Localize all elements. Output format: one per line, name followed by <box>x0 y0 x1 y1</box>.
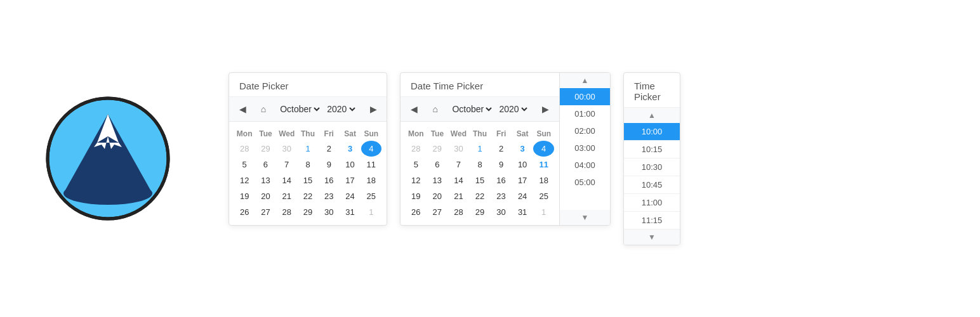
dt-time-scroll-up[interactable]: ▲ <box>560 73 610 88</box>
table-row[interactable]: 15 <box>470 172 491 188</box>
time-scroll-up[interactable]: ▲ <box>624 108 680 123</box>
table-row[interactable]: 13 <box>255 172 275 188</box>
datetime-picker-title: Date Time Picker <box>401 73 559 97</box>
dt-next-month-button[interactable]: ▶ <box>539 102 553 116</box>
table-row[interactable]: 4 <box>361 141 381 157</box>
table-row[interactable]: 16 <box>491 172 512 188</box>
time-scroll-down[interactable]: ▼ <box>624 230 680 245</box>
table-row[interactable]: 17 <box>512 172 533 188</box>
dt-time-item[interactable]: 03:00 <box>560 139 610 157</box>
dt-time-scroll-down[interactable]: ▼ <box>560 210 610 225</box>
table-row[interactable]: 8 <box>298 157 318 172</box>
month-select[interactable]: October <box>277 103 322 115</box>
table-row[interactable]: 12 <box>406 172 427 188</box>
table-row[interactable]: 31 <box>512 204 533 220</box>
table-row[interactable]: 30 <box>319 204 339 220</box>
table-row[interactable]: 5 <box>406 157 427 172</box>
table-row[interactable]: 7 <box>448 157 469 172</box>
table-row[interactable]: 1 <box>361 204 381 220</box>
table-row[interactable]: 30 <box>277 141 297 157</box>
table-row[interactable]: 4 <box>533 141 554 157</box>
table-row[interactable]: 25 <box>533 188 554 204</box>
table-row[interactable]: 20 <box>255 188 275 204</box>
prev-month-button[interactable]: ◀ <box>235 102 249 116</box>
table-row[interactable]: 27 <box>255 204 275 220</box>
table-row[interactable]: 3 <box>512 141 533 157</box>
dt-time-item[interactable]: 02:00 <box>560 122 610 139</box>
dt-time-item[interactable]: 01:00 <box>560 105 610 122</box>
table-row[interactable]: 30 <box>448 141 469 157</box>
next-month-button[interactable]: ▶ <box>366 102 380 116</box>
dt-time-item[interactable]: 00:00 <box>560 88 610 105</box>
dt-home-button[interactable]: ⌂ <box>430 103 440 115</box>
table-row[interactable]: 28 <box>277 204 297 220</box>
table-row[interactable]: 26 <box>234 204 255 220</box>
table-row[interactable]: 24 <box>340 188 360 204</box>
week-row: 28 29 30 1 2 3 4 <box>234 141 381 157</box>
table-row[interactable]: 28 <box>448 204 469 220</box>
table-row[interactable]: 7 <box>277 157 297 172</box>
time-picker-item[interactable]: 10:00 <box>624 123 680 141</box>
dt-month-select[interactable]: October <box>449 103 494 115</box>
time-picker-item[interactable]: 10:30 <box>624 158 680 176</box>
home-button[interactable]: ⌂ <box>258 103 268 115</box>
table-row[interactable]: 15 <box>298 172 318 188</box>
table-row[interactable]: 1 <box>470 141 491 157</box>
table-row[interactable]: 29 <box>427 141 448 157</box>
table-row[interactable]: 10 <box>512 157 533 172</box>
datetime-picker-nav: ◀ ⌂ October 2020 ▶ <box>401 97 559 122</box>
table-row[interactable]: 31 <box>340 204 360 220</box>
dt-year-select[interactable]: 2020 <box>496 103 529 115</box>
table-row[interactable]: 14 <box>448 172 469 188</box>
table-row[interactable]: 21 <box>277 188 297 204</box>
table-row[interactable]: 27 <box>427 204 448 220</box>
table-row[interactable]: 23 <box>319 188 339 204</box>
table-row[interactable]: 3 <box>340 141 360 157</box>
dt-week-row: 26 27 28 29 30 31 1 <box>406 204 554 220</box>
table-row[interactable]: 28 <box>406 141 427 157</box>
time-picker-item[interactable]: 10:45 <box>624 176 680 194</box>
table-row[interactable]: 18 <box>361 172 381 188</box>
year-select[interactable]: 2020 <box>324 103 357 115</box>
table-row[interactable]: 2 <box>319 141 339 157</box>
table-row[interactable]: 10 <box>340 157 360 172</box>
table-row[interactable]: 23 <box>491 188 512 204</box>
table-row[interactable]: 30 <box>491 204 512 220</box>
table-row[interactable]: 29 <box>255 141 275 157</box>
time-picker-item[interactable]: 11:15 <box>624 212 680 230</box>
dt-time-item[interactable]: 05:00 <box>560 174 610 191</box>
dt-time-item[interactable]: 04:00 <box>560 157 610 174</box>
table-row[interactable]: 11 <box>361 157 381 172</box>
table-row[interactable]: 2 <box>491 141 512 157</box>
table-row[interactable]: 22 <box>470 188 491 204</box>
table-row[interactable]: 29 <box>298 204 318 220</box>
table-row[interactable]: 25 <box>361 188 381 204</box>
table-row[interactable]: 29 <box>470 204 491 220</box>
table-row[interactable]: 5 <box>234 157 255 172</box>
table-row[interactable]: 9 <box>319 157 339 172</box>
table-row[interactable]: 8 <box>470 157 491 172</box>
table-row[interactable]: 6 <box>427 157 448 172</box>
table-row[interactable]: 16 <box>319 172 339 188</box>
table-row[interactable]: 28 <box>234 141 255 157</box>
table-row[interactable]: 26 <box>406 204 427 220</box>
table-row[interactable]: 9 <box>491 157 512 172</box>
table-row[interactable]: 1 <box>533 204 554 220</box>
table-row[interactable]: 14 <box>277 172 297 188</box>
table-row[interactable]: 21 <box>448 188 469 204</box>
table-row[interactable]: 6 <box>255 157 275 172</box>
table-row[interactable]: 18 <box>533 172 554 188</box>
time-picker-item[interactable]: 11:00 <box>624 194 680 212</box>
table-row[interactable]: 13 <box>427 172 448 188</box>
table-row[interactable]: 20 <box>427 188 448 204</box>
dt-prev-month-button[interactable]: ◀ <box>407 102 421 116</box>
time-picker-item[interactable]: 10:15 <box>624 141 680 158</box>
table-row[interactable]: 17 <box>340 172 360 188</box>
table-row[interactable]: 1 <box>298 141 318 157</box>
table-row[interactable]: 19 <box>406 188 427 204</box>
table-row[interactable]: 22 <box>298 188 318 204</box>
table-row[interactable]: 19 <box>234 188 255 204</box>
table-row[interactable]: 12 <box>234 172 255 188</box>
table-row[interactable]: 24 <box>512 188 533 204</box>
table-row[interactable]: 11 <box>533 157 554 172</box>
